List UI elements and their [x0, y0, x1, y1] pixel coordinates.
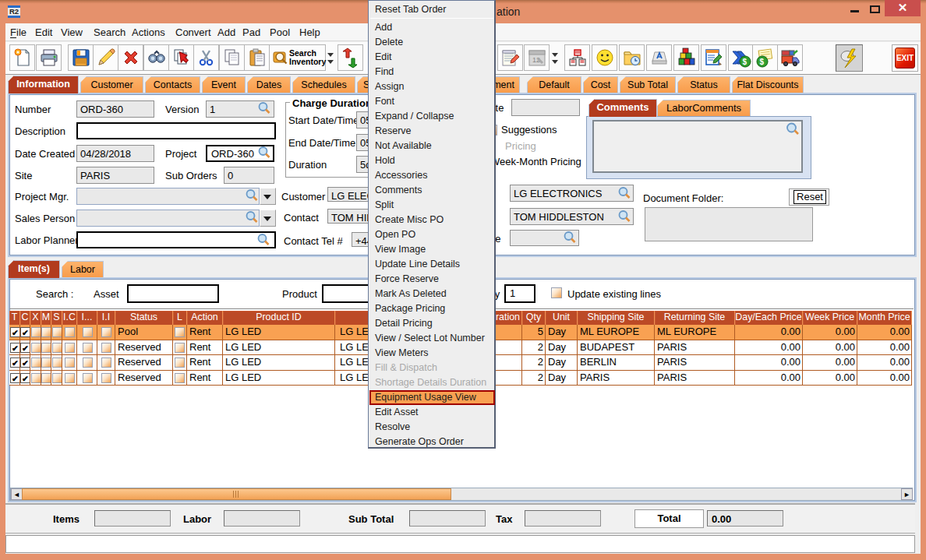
svg-text:$: $ [743, 58, 748, 66]
svg-text:$: $ [760, 58, 765, 66]
